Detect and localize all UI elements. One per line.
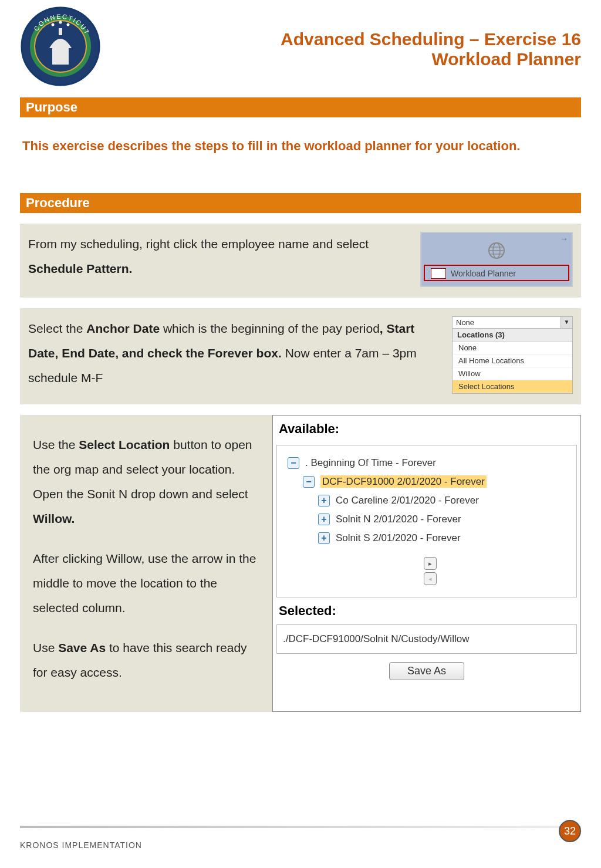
location-select[interactable]: None ▼: [452, 316, 573, 329]
s2-b1: Anchor Date: [86, 322, 160, 335]
move-left-button[interactable]: ◂: [424, 572, 437, 585]
state-seal-logo: CONNECTICUT: [20, 6, 101, 89]
footer-divider: [20, 826, 581, 828]
svg-point-7: [67, 23, 70, 26]
selected-path: ./DCF-DCF91000/Solnit N/Custody/Willow: [283, 633, 469, 644]
svg-rect-3: [52, 47, 69, 65]
location-dropdown-list: Locations (3) None All Home Locations Wi…: [452, 329, 573, 394]
dd-item-allhome[interactable]: All Home Locations: [453, 354, 572, 367]
collapse-icon[interactable]: −: [303, 476, 315, 488]
tree-l2-label-1: Solnit N 2/01/2020 - Forever: [336, 514, 573, 525]
step1-pre: From my scheduling, right click the empl…: [28, 237, 369, 251]
dd-item-willow[interactable]: Willow: [453, 367, 572, 380]
selected-label: Selected:: [276, 597, 577, 624]
expand-icon[interactable]: +: [318, 495, 330, 506]
step-1: From my scheduling, right click the empl…: [20, 224, 581, 298]
step-2-text: Select the Anchor Date which is the begi…: [28, 316, 444, 390]
expand-icon[interactable]: +: [318, 514, 330, 525]
svg-rect-4: [59, 28, 62, 35]
tree-l2-0[interactable]: + Co Careline 2/01/2020 - Forever: [288, 491, 573, 510]
header-row: CONNECTICUT Advanced Scheduling – Exerci…: [20, 6, 581, 89]
available-label: Available:: [276, 420, 577, 445]
purpose-text: This exercise describes the steps to fil…: [20, 117, 581, 191]
step-3-text: Use the Select Location button to open t…: [20, 415, 272, 712]
tree-l1-label: DCF-DCF91000 2/01/2020 - Forever: [320, 475, 487, 488]
dd-item-select-locations[interactable]: Select Locations: [453, 380, 572, 393]
selected-box: ./DCF-DCF91000/Solnit N/Custody/Willow: [276, 624, 577, 654]
s3p3b1: Save As: [58, 641, 106, 654]
dd-item-none[interactable]: None: [453, 342, 572, 354]
s3p2: After clicking Willow, use the arrow in …: [33, 546, 264, 620]
dd-selected: None: [453, 317, 561, 328]
wp-checkbox-icon: [431, 268, 446, 279]
step1-bold: Schedule Pattern.: [28, 262, 132, 275]
tree-l2-2[interactable]: + Solnit S 2/01/2020 - Forever: [288, 529, 573, 548]
move-right-button[interactable]: ▸: [424, 557, 437, 570]
collapse-icon[interactable]: −: [288, 457, 299, 469]
org-tree: − . Beginning Of Time - Forever − DCF-DC…: [276, 445, 577, 597]
svg-point-5: [52, 23, 55, 26]
move-buttons: ▸ ◂: [288, 548, 573, 591]
footer: KRONOS IMPLEMENTATION 32: [0, 826, 601, 856]
title-line-2: Workload Planner: [113, 49, 581, 69]
panel-expand-icon[interactable]: →: [560, 234, 568, 244]
page-title-block: Advanced Scheduling – Exercise 16 Worklo…: [113, 6, 581, 69]
s3p1b1: Select Location: [79, 438, 170, 451]
s3p1t1: Use the: [33, 438, 79, 451]
globe-icon[interactable]: [421, 233, 572, 265]
section-bar-purpose: Purpose: [20, 97, 581, 117]
step-2: Select the Anchor Date which is the begi…: [20, 308, 581, 404]
step-2-screenshot: None ▼ Locations (3) None All Home Locat…: [452, 316, 573, 394]
s2-t2: which is the beginning of the pay period: [160, 322, 380, 335]
footer-text: KRONOS IMPLEMENTATION: [20, 840, 559, 850]
title-line-1: Advanced Scheduling – Exercise 16: [113, 29, 581, 49]
save-as-button[interactable]: Save As: [389, 662, 464, 680]
svg-point-6: [59, 21, 62, 24]
expand-icon[interactable]: +: [318, 532, 330, 544]
dd-header: Locations (3): [453, 329, 572, 342]
step-1-text: From my scheduling, right click the empl…: [28, 232, 412, 281]
tree-l1[interactable]: − DCF-DCF91000 2/01/2020 - Forever: [288, 472, 573, 491]
s3p1b2: Willow.: [33, 512, 75, 525]
chevron-down-icon[interactable]: ▼: [561, 317, 572, 328]
step-3-screenshot: Available: − . Beginning Of Time - Forev…: [272, 415, 581, 712]
s2-t1: Select the: [28, 322, 86, 335]
workload-planner-button[interactable]: Workload Planner: [424, 265, 569, 281]
tree-l2-label-0: Co Careline 2/01/2020 - Forever: [336, 495, 573, 506]
section-bar-procedure: Procedure: [20, 193, 581, 213]
tree-root-label: . Beginning Of Time - Forever: [305, 457, 573, 469]
tree-l2-label-2: Solnit S 2/01/2020 - Forever: [336, 532, 573, 544]
tree-root[interactable]: − . Beginning Of Time - Forever: [288, 454, 573, 472]
s3p3t1: Use: [33, 641, 58, 654]
tree-l2-1[interactable]: + Solnit N 2/01/2020 - Forever: [288, 510, 573, 529]
page-number-badge: 32: [559, 820, 581, 842]
wp-label: Workload Planner: [451, 269, 516, 278]
step-3: Use the Select Location button to open t…: [20, 415, 581, 712]
step-1-screenshot: → Workload Planner: [420, 232, 573, 287]
